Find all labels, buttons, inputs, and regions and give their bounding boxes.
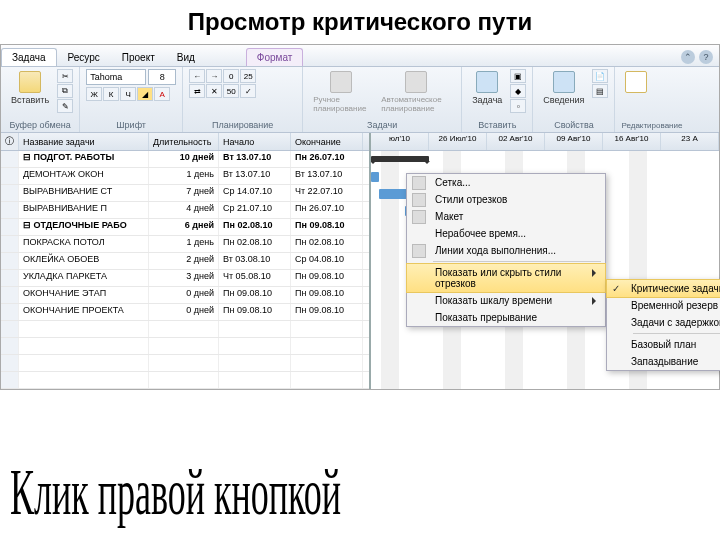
cell-end[interactable]: Пн 09.08.10	[291, 287, 363, 303]
pct50-button[interactable]: 50	[223, 84, 239, 98]
cell-end[interactable]: Пн 26.07.10	[291, 151, 363, 167]
pct0-button[interactable]: 0	[223, 69, 239, 83]
font-color-button[interactable]: A	[154, 87, 170, 101]
bar-task-2[interactable]	[371, 172, 379, 182]
tab-project[interactable]: Проект	[111, 48, 166, 66]
table-row[interactable]: ⊟ ОТДЕЛОЧНЫЕ РАБО6 днейПн 02.08.10Пн 09.…	[1, 219, 369, 236]
cell-dur[interactable]: 10 дней	[149, 151, 219, 167]
timeline-col[interactable]: 09 Авг'10	[545, 133, 603, 150]
table-row-empty[interactable]	[1, 355, 369, 372]
table-row[interactable]: ПОКРАСКА ПОТОЛ1 деньПн 02.08.10Пн 02.08.…	[1, 236, 369, 253]
info-button[interactable]: Сведения	[539, 69, 588, 107]
ctx-bar-styles[interactable]: Стили отрезков	[407, 191, 605, 208]
cell-name[interactable]: ОКОНЧАНИЕ ЭТАП	[19, 287, 149, 303]
table-row[interactable]: ⊟ ПОДГОТ. РАБОТЫ10 днейВт 13.07.10Пн 26.…	[1, 151, 369, 168]
cell-start[interactable]: Пн 09.08.10	[219, 287, 291, 303]
indicator-col[interactable]: ⓘ	[1, 133, 19, 150]
timeline-col[interactable]: юл'10	[371, 133, 429, 150]
cell-start[interactable]: Пн 02.08.10	[219, 236, 291, 252]
col-end[interactable]: Окончание	[291, 133, 363, 150]
cut-button[interactable]: ✂	[57, 69, 73, 83]
cell-dur[interactable]: 1 день	[149, 168, 219, 184]
milestone-button[interactable]: ◆	[510, 84, 526, 98]
help-icon[interactable]: ?	[699, 50, 713, 64]
cell-start[interactable]: Ср 14.07.10	[219, 185, 291, 201]
sub-baseline[interactable]: Базовый план	[607, 336, 720, 353]
ctx-nonworking[interactable]: Нерабочее время...	[407, 225, 605, 242]
cell-name[interactable]: ОКОНЧАНИЕ ПРОЕКТА	[19, 304, 149, 320]
col-duration[interactable]: Длительность	[149, 133, 219, 150]
tab-resource[interactable]: Ресурс	[57, 48, 111, 66]
col-name[interactable]: Название задачи	[19, 133, 149, 150]
cell-start[interactable]: Вт 13.07.10	[219, 151, 291, 167]
table-row[interactable]: ДЕМОНТАЖ ОКОН1 деньВт 13.07.10Вт 13.07.1…	[1, 168, 369, 185]
cell-dur[interactable]: 7 дней	[149, 185, 219, 201]
pct25-button[interactable]: 25	[240, 69, 256, 83]
unlink-button[interactable]: ✕	[206, 84, 222, 98]
cell-end[interactable]: Чт 22.07.10	[291, 185, 363, 201]
find-button[interactable]	[621, 69, 651, 95]
tab-view[interactable]: Вид	[166, 48, 206, 66]
cell-name[interactable]: ОКЛЕЙКА ОБОЕВ	[19, 253, 149, 269]
col-start[interactable]: Начало	[219, 133, 291, 150]
cell-dur[interactable]: 0 дней	[149, 304, 219, 320]
cell-end[interactable]: Пн 02.08.10	[291, 236, 363, 252]
ctx-layout[interactable]: Макет	[407, 208, 605, 225]
minimize-ribbon-icon[interactable]: ⌃	[681, 50, 695, 64]
cell-name[interactable]: ⊟ ОТДЕЛОЧНЫЕ РАБО	[19, 219, 149, 235]
cell-start[interactable]: Чт 05.08.10	[219, 270, 291, 286]
ctx-split[interactable]: Показать прерывание	[407, 309, 605, 326]
cell-start[interactable]: Пн 09.08.10	[219, 304, 291, 320]
sub-late[interactable]: Задачи с задержкой	[607, 314, 720, 331]
cell-dur[interactable]: 3 дней	[149, 270, 219, 286]
table-row[interactable]: ВЫРАВНИВАНИЕ П4 днейСр 21.07.10Пн 26.07.…	[1, 202, 369, 219]
cell-dur[interactable]: 0 дней	[149, 287, 219, 303]
sub-slippage[interactable]: Запаздывание	[607, 353, 720, 370]
cell-start[interactable]: Вт 13.07.10	[219, 168, 291, 184]
cell-dur[interactable]: 4 дней	[149, 202, 219, 218]
cell-name[interactable]: ⊟ ПОДГОТ. РАБОТЫ	[19, 151, 149, 167]
cell-name[interactable]: ВЫРАВНИВАНИЕ П	[19, 202, 149, 218]
cell-end[interactable]: Пн 26.07.10	[291, 202, 363, 218]
table-row[interactable]: ВЫРАВНИВАНИЕ СТ7 днейСр 14.07.10Чт 22.07…	[1, 185, 369, 202]
cell-name[interactable]: ВЫРАВНИВАНИЕ СТ	[19, 185, 149, 201]
cell-dur[interactable]: 2 дней	[149, 253, 219, 269]
pct100-button[interactable]: ✓	[240, 84, 256, 98]
table-row[interactable]: УКЛАДКА ПАРКЕТА3 днейЧт 05.08.10Пн 09.08…	[1, 270, 369, 287]
table-row-empty[interactable]	[1, 338, 369, 355]
table-row[interactable]: ОКОНЧАНИЕ ЭТАП0 днейПн 09.08.10Пн 09.08.…	[1, 287, 369, 304]
cell-end[interactable]: Пн 09.08.10	[291, 270, 363, 286]
underline-button[interactable]: Ч	[120, 87, 136, 101]
timeline-col[interactable]: 23 А	[661, 133, 719, 150]
table-row[interactable]: ОКЛЕЙКА ОБОЕВ2 днейВт 03.08.10Ср 04.08.1…	[1, 253, 369, 270]
notes-button[interactable]: 📄	[592, 69, 608, 83]
copy-button[interactable]: ⧉	[57, 84, 73, 98]
cell-start[interactable]: Вт 03.08.10	[219, 253, 291, 269]
font-family-select[interactable]	[86, 69, 146, 85]
timeline-col[interactable]: 26 Июл'10	[429, 133, 487, 150]
cell-end[interactable]: Пн 09.08.10	[291, 304, 363, 320]
bold-button[interactable]: Ж	[86, 87, 102, 101]
fill-color-button[interactable]: ◢	[137, 87, 153, 101]
ctx-grid[interactable]: Сетка...	[407, 174, 605, 191]
italic-button[interactable]: К	[103, 87, 119, 101]
table-row-empty[interactable]	[1, 372, 369, 389]
format-painter-button[interactable]: ✎	[57, 99, 73, 113]
manual-schedule-button[interactable]: Ручное планирование	[309, 69, 373, 115]
paste-button[interactable]: Вставить	[7, 69, 53, 107]
ctx-timescale[interactable]: Показать шкалу времени	[407, 292, 605, 309]
cell-name[interactable]: ПОКРАСКА ПОТОЛ	[19, 236, 149, 252]
link-button[interactable]: ⇄	[189, 84, 205, 98]
ctx-toggle-styles[interactable]: Показать или скрыть стили отрезков	[406, 263, 606, 293]
cell-end[interactable]: Ср 04.08.10	[291, 253, 363, 269]
table-row[interactable]: ОКОНЧАНИЕ ПРОЕКТА0 днейПн 09.08.10Пн 09.…	[1, 304, 369, 321]
details-button[interactable]: ▤	[592, 84, 608, 98]
sub-slack[interactable]: Временной резерв	[607, 297, 720, 314]
cell-end[interactable]: Пн 09.08.10	[291, 219, 363, 235]
auto-schedule-button[interactable]: Автоматическое планирование	[377, 69, 455, 115]
timeline-col[interactable]: 02 Авг'10	[487, 133, 545, 150]
cell-start[interactable]: Пн 02.08.10	[219, 219, 291, 235]
outdent-button[interactable]: ←	[189, 69, 205, 83]
cell-name[interactable]: ДЕМОНТАЖ ОКОН	[19, 168, 149, 184]
font-size-select[interactable]	[148, 69, 176, 85]
